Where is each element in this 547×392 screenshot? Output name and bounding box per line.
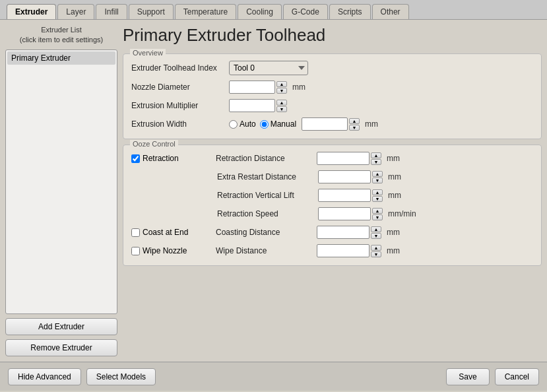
extra-restart-field[interactable]: 0.00: [318, 170, 371, 183]
extrusion-multiplier-spinners: ▲ ▼: [276, 100, 287, 112]
retraction-distance-input: 1.40 ▲ ▼: [317, 152, 381, 165]
extrusion-width-auto-label: Auto: [240, 119, 256, 129]
extrusion-width-manual-label: Manual: [271, 119, 296, 129]
extra-restart-label: Extra Restart Distance: [217, 172, 313, 181]
coasting-distance-down[interactable]: ▼: [371, 233, 381, 239]
nozzle-diameter-down[interactable]: ▼: [276, 88, 287, 94]
tab-gcode[interactable]: G-Code: [283, 4, 328, 19]
wipe-checkbox[interactable]: [131, 247, 140, 255]
retraction-distance-spinners: ▲ ▼: [371, 152, 381, 165]
tab-bar: Extruder Layer Infill Support Temperatur…: [0, 0, 547, 20]
retraction-speed-unit: mm/min: [388, 209, 416, 218]
tab-support[interactable]: Support: [129, 4, 174, 19]
extrusion-multiplier-input: 0.85 ▲ ▼: [229, 99, 287, 112]
cancel-button[interactable]: Cancel: [495, 368, 539, 385]
retraction-lift-input: 0.00 ▲ ▼: [318, 189, 383, 202]
extrusion-multiplier-up[interactable]: ▲: [276, 100, 287, 106]
extra-restart-down[interactable]: ▼: [372, 178, 383, 183]
wipe-row: Wipe Nozzle Wipe Distance 5.00 ▲ ▼ mm: [131, 244, 533, 257]
extrusion-multiplier-field[interactable]: 0.85: [229, 99, 275, 112]
add-extruder-button[interactable]: Add Extruder: [5, 318, 117, 335]
hide-advanced-button[interactable]: Hide Advanced: [8, 368, 81, 385]
coasting-distance-up[interactable]: ▲: [371, 226, 381, 232]
retraction-speed-field[interactable]: 3000.0: [318, 207, 371, 220]
wipe-label: Wipe Nozzle: [143, 246, 187, 255]
wipe-distance-input: 5.00 ▲ ▼: [317, 244, 381, 257]
retraction-check-label[interactable]: Retraction: [131, 154, 210, 163]
overview-label: Overview: [130, 49, 166, 57]
extrusion-width-auto-radio[interactable]: [229, 120, 238, 129]
tab-infill[interactable]: Infill: [96, 4, 127, 19]
wipe-distance-unit: mm: [387, 246, 400, 255]
retraction-speed-down[interactable]: ▼: [372, 214, 383, 220]
extrusion-multiplier-label: Extrusion Multiplier: [131, 101, 224, 110]
retraction-distance-up[interactable]: ▲: [371, 152, 381, 158]
extrusion-width-down[interactable]: ▼: [349, 125, 360, 131]
tab-cooling[interactable]: Cooling: [238, 4, 282, 19]
extra-restart-row: Extra Restart Distance 0.00 ▲ ▼ mm: [217, 170, 533, 183]
primary-extruder-item[interactable]: Primary Extruder: [7, 51, 115, 65]
nozzle-diameter-up[interactable]: ▲: [276, 81, 287, 87]
extra-restart-unit: mm: [388, 172, 401, 181]
save-button[interactable]: Save: [446, 368, 489, 385]
tab-other[interactable]: Other: [372, 4, 409, 19]
extrusion-width-auto-option[interactable]: Auto: [229, 119, 256, 129]
extrusion-width-input: 0.40 ▲ ▼: [302, 117, 360, 131]
retraction-distance-label: Retraction Distance: [216, 154, 311, 163]
wipe-check-label[interactable]: Wipe Nozzle: [131, 246, 210, 255]
select-models-button[interactable]: Select Models: [86, 368, 156, 385]
retraction-lift-label: Retraction Vertical Lift: [217, 191, 313, 200]
retraction-lift-down[interactable]: ▼: [372, 196, 383, 202]
retraction-lift-field[interactable]: 0.00: [318, 189, 371, 202]
extrusion-width-row: Extrusion Width Auto Manual 0.40 ▲: [131, 117, 533, 131]
extrusion-width-field[interactable]: 0.40: [302, 117, 348, 131]
tab-temperature[interactable]: Temperature: [175, 4, 236, 19]
tab-scripts[interactable]: Scripts: [329, 4, 371, 19]
retraction-distance-down[interactable]: ▼: [371, 159, 381, 165]
coast-row: Coast at End Coasting Distance 0.20 ▲ ▼ …: [131, 226, 533, 239]
main-layout: Extruder List (click item to edit settin…: [0, 20, 547, 362]
retraction-distance-field[interactable]: 1.40: [317, 152, 370, 165]
wipe-distance-spinners: ▲ ▼: [371, 245, 381, 257]
extra-restart-spinners: ▲ ▼: [372, 171, 383, 183]
remove-extruder-button[interactable]: Remove Extruder: [5, 339, 117, 356]
coasting-distance-label: Coasting Distance: [216, 228, 311, 237]
retraction-lift-spinners: ▲ ▼: [372, 189, 383, 202]
extrusion-width-manual-option[interactable]: Manual: [260, 119, 296, 129]
wipe-distance-field[interactable]: 5.00: [317, 244, 370, 257]
nozzle-diameter-unit: mm: [292, 82, 306, 92]
extrusion-width-up[interactable]: ▲: [349, 118, 360, 124]
extrusion-width-spinners: ▲ ▼: [349, 118, 360, 131]
nozzle-diameter-row: Nozzle Diameter 0.35 ▲ ▼ mm: [131, 81, 533, 94]
retraction-label: Retraction: [143, 154, 179, 163]
extra-restart-input: 0.00 ▲ ▼: [318, 170, 383, 183]
extruder-list-box: Primary Extruder: [5, 49, 117, 314]
extrusion-width-label: Extrusion Width: [131, 119, 224, 129]
extrusion-width-manual-radio[interactable]: [260, 120, 269, 129]
overview-section: Overview Extruder Toolhead Index Tool 0 …: [123, 53, 542, 139]
toolhead-index-select[interactable]: Tool 0 Tool 1 Tool 2: [229, 61, 308, 75]
coast-check-label[interactable]: Coast at End: [131, 228, 210, 237]
retraction-row: Retraction Retraction Distance 1.40 ▲ ▼ …: [131, 152, 533, 165]
retraction-checkbox[interactable]: [131, 154, 140, 163]
coasting-distance-unit: mm: [387, 228, 400, 237]
extrusion-width-unit: mm: [365, 119, 378, 129]
tab-layer[interactable]: Layer: [57, 4, 94, 19]
bottom-bar: Hide Advanced Select Models Save Cancel: [0, 362, 547, 391]
retraction-speed-up[interactable]: ▲: [372, 208, 383, 214]
extrusion-multiplier-down[interactable]: ▼: [276, 106, 287, 112]
coasting-distance-field[interactable]: 0.20: [317, 226, 370, 239]
extrusion-multiplier-row: Extrusion Multiplier 0.85 ▲ ▼: [131, 99, 533, 112]
retraction-distance-unit: mm: [387, 154, 400, 163]
retraction-lift-row: Retraction Vertical Lift 0.00 ▲ ▼ mm: [217, 189, 533, 202]
retraction-speed-input: 3000.0 ▲ ▼: [318, 207, 383, 220]
retraction-lift-up[interactable]: ▲: [372, 189, 383, 195]
page-title: Primary Extruder Toolhead: [123, 25, 542, 46]
wipe-distance-up[interactable]: ▲: [371, 245, 381, 251]
nozzle-diameter-field[interactable]: 0.35: [229, 81, 275, 94]
coast-checkbox[interactable]: [131, 228, 140, 237]
wipe-distance-down[interactable]: ▼: [371, 251, 381, 257]
tab-extruder[interactable]: Extruder: [7, 4, 56, 19]
extra-restart-up[interactable]: ▲: [372, 171, 383, 177]
toolhead-index-row: Extruder Toolhead Index Tool 0 Tool 1 To…: [131, 61, 533, 75]
